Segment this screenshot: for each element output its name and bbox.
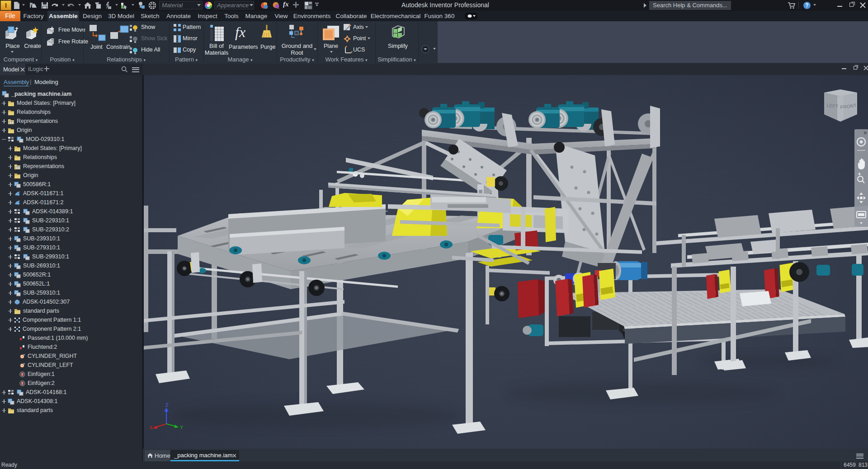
svg-text:Y: Y	[180, 425, 184, 430]
svg-text:Z: Z	[165, 402, 169, 408]
svg-text:X: X	[149, 425, 153, 430]
svg-text:?: ?	[805, 2, 808, 9]
